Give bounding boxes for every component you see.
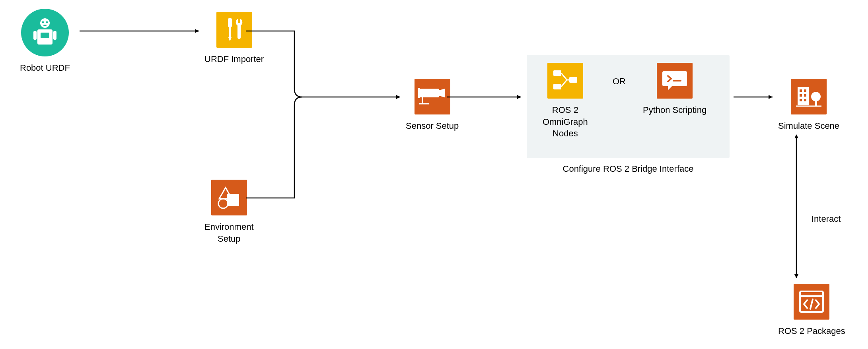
svg-rect-31 xyxy=(804,94,806,97)
svg-rect-17 xyxy=(418,88,420,98)
node-robot-urdf: Robot URDF xyxy=(20,9,70,74)
svg-rect-29 xyxy=(804,89,806,92)
svg-point-0 xyxy=(40,18,50,28)
svg-rect-30 xyxy=(800,94,802,97)
code-window-icon xyxy=(794,284,829,320)
svg-point-14 xyxy=(218,199,228,208)
shapes-icon xyxy=(211,180,247,215)
simulate-scene-label: Simulate Scene xyxy=(778,120,839,132)
node-python-scripting: Python Scripting xyxy=(643,63,706,116)
urdf-importer-label: URDF Importer xyxy=(204,53,264,65)
ros2-omnigraph-label: ROS 2 OmniGraph Nodes xyxy=(543,104,588,140)
ros2-packages-label: ROS 2 Packages xyxy=(778,325,845,337)
terminal-chat-icon xyxy=(657,63,693,99)
svg-point-2 xyxy=(46,21,48,23)
svg-rect-6 xyxy=(33,31,37,40)
node-ros2-omnigraph: ROS 2 OmniGraph Nodes xyxy=(543,63,588,140)
svg-line-23 xyxy=(561,73,567,80)
svg-rect-9 xyxy=(229,27,231,37)
interact-label: Interact xyxy=(812,214,841,224)
robot-icon xyxy=(21,9,69,56)
svg-rect-21 xyxy=(553,84,561,89)
svg-rect-33 xyxy=(804,99,806,101)
svg-point-34 xyxy=(811,92,821,101)
svg-rect-8 xyxy=(228,18,232,27)
svg-rect-32 xyxy=(800,99,802,101)
svg-rect-5 xyxy=(41,33,49,38)
svg-line-24 xyxy=(561,80,567,87)
svg-point-1 xyxy=(42,21,44,23)
svg-rect-20 xyxy=(553,70,561,76)
node-sensor-setup: Sensor Setup xyxy=(406,79,459,132)
python-scripting-label: Python Scripting xyxy=(643,104,706,116)
svg-rect-15 xyxy=(419,89,439,97)
svg-rect-3 xyxy=(43,25,47,26)
node-simulate-scene: Simulate Scene xyxy=(778,79,839,132)
bridge-group-label: Configure ROS 2 Bridge Interface xyxy=(527,164,730,174)
svg-rect-7 xyxy=(53,31,56,40)
svg-marker-16 xyxy=(439,89,445,97)
robot-urdf-label: Robot URDF xyxy=(20,62,70,74)
svg-marker-10 xyxy=(228,37,232,41)
svg-rect-28 xyxy=(800,89,802,92)
sensor-setup-label: Sensor Setup xyxy=(406,120,459,132)
svg-rect-11 xyxy=(238,18,240,23)
svg-rect-22 xyxy=(569,77,577,83)
svg-rect-35 xyxy=(815,101,817,106)
connectors-overlay xyxy=(0,0,868,349)
svg-line-39 xyxy=(810,299,813,309)
graph-nodes-icon xyxy=(547,63,583,99)
scene-icon xyxy=(791,79,827,114)
svg-rect-27 xyxy=(798,87,809,105)
camera-icon xyxy=(415,79,450,114)
node-ros2-packages: ROS 2 Packages xyxy=(778,284,845,337)
tools-icon xyxy=(216,12,252,48)
environment-setup-label: Environment Setup xyxy=(204,221,254,244)
node-environment-setup: Environment Setup xyxy=(204,180,254,244)
node-urdf-importer: URDF Importer xyxy=(204,12,264,65)
svg-rect-13 xyxy=(227,194,239,206)
or-label: OR xyxy=(613,76,626,87)
